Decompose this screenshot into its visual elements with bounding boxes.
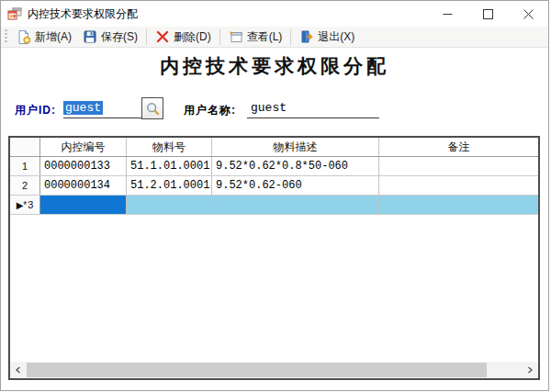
scrollbar-thumb[interactable] — [27, 363, 487, 377]
chevron-left-icon — [15, 366, 22, 374]
cell-remark[interactable] — [379, 157, 538, 175]
scrollbar-track[interactable] — [27, 362, 522, 378]
column-header-material-desc[interactable]: 物料描述 — [212, 138, 379, 156]
exit-icon — [299, 29, 314, 44]
maximize-button[interactable] — [467, 1, 508, 27]
view-button[interactable]: 查看(L) — [223, 28, 288, 47]
toolbar-separator — [290, 29, 291, 45]
grid-header-row: 内控编号 物料号 物料描述 备注 — [10, 138, 538, 157]
horizontal-scrollbar — [10, 362, 538, 378]
view-button-label: 查看(L) — [247, 29, 283, 45]
cell-material-desc[interactable]: 9.52*0.62*0.8*50-060 — [212, 157, 379, 175]
toolbar: 新增(A) 保存(S) 删除(D) 查看(L) — [1, 27, 548, 48]
cell-remark[interactable] — [379, 176, 538, 195]
column-header-remark[interactable]: 备注 — [379, 138, 538, 156]
save-icon — [83, 29, 97, 44]
add-button[interactable]: 新增(A) — [11, 28, 77, 47]
toolbar-separator — [219, 29, 220, 45]
delete-button[interactable]: 删除(D) — [150, 28, 217, 47]
user-id-input[interactable]: guest — [63, 98, 141, 118]
delete-icon — [155, 29, 170, 44]
title-bar: 内控技术要求权限分配 — [1, 1, 548, 27]
chevron-right-icon — [526, 366, 534, 374]
cell-material-desc[interactable]: 9.52*0.62-060 — [212, 176, 379, 195]
exit-button-label: 退出(X) — [318, 29, 354, 45]
user-name-label: 用户名称: — [184, 103, 236, 118]
cell-internal-code-selected[interactable] — [40, 196, 127, 214]
row-header[interactable]: 1 — [10, 157, 40, 175]
data-grid: 内控编号 物料号 物料描述 备注 1 0000000133 51.1.01.00… — [8, 136, 540, 380]
close-button[interactable] — [508, 1, 548, 27]
save-button-label: 保存(S) — [101, 29, 138, 45]
cell-material-desc[interactable] — [212, 196, 379, 214]
search-button[interactable] — [141, 97, 163, 119]
page-title: 内控技术要求权限分配 — [1, 53, 548, 79]
grid-empty-area — [10, 215, 538, 362]
form-row: 用户ID: guest 用户名称: guest — [1, 95, 548, 126]
maximize-icon — [483, 9, 493, 19]
delete-button-label: 删除(D) — [174, 29, 211, 45]
user-name-field[interactable]: guest — [247, 98, 379, 118]
scroll-left-button[interactable] — [10, 362, 27, 378]
toolbar-separator — [146, 29, 147, 45]
save-button[interactable]: 保存(S) — [77, 28, 143, 47]
minimize-icon — [443, 9, 453, 19]
column-header-material-no[interactable]: 物料号 — [127, 138, 212, 156]
search-icon — [145, 101, 161, 117]
user-id-label: 用户ID: — [15, 103, 56, 118]
row-header-new[interactable]: ▶* 3 — [10, 196, 40, 214]
close-icon — [523, 9, 534, 19]
cell-material-no[interactable] — [127, 196, 212, 214]
minimize-button[interactable] — [427, 1, 467, 27]
row-number: 3 — [28, 199, 33, 210]
cell-material-no[interactable]: 51.2.01.0001 — [127, 176, 212, 195]
table-row: 1 0000000133 51.1.01.0001 9.52*0.62*0.8*… — [10, 157, 538, 176]
app-icon — [7, 6, 22, 21]
cell-remark[interactable] — [379, 196, 538, 214]
table-row-new: ▶* 3 — [10, 196, 538, 215]
grid-corner-cell — [10, 138, 40, 156]
view-icon — [229, 29, 243, 44]
current-row-indicator-icon: ▶* — [17, 200, 28, 210]
cell-internal-code[interactable]: 0000000133 — [40, 157, 127, 175]
cell-internal-code[interactable]: 0000000134 — [40, 176, 127, 195]
user-id-value: guest — [63, 101, 103, 115]
cell-material-no[interactable]: 51.1.01.0001 — [127, 157, 212, 175]
table-row: 2 0000000134 51.2.01.0001 9.52*0.62-060 — [10, 176, 538, 196]
row-header[interactable]: 2 — [10, 176, 40, 195]
add-button-label: 新增(A) — [35, 29, 72, 45]
scroll-right-button[interactable] — [522, 362, 538, 378]
exit-button[interactable]: 退出(X) — [294, 28, 360, 47]
window-title: 内控技术要求权限分配 — [28, 6, 427, 22]
user-name-value: guest — [251, 101, 287, 115]
app-window: 内控技术要求权限分配 新增(A) — [0, 0, 549, 391]
new-document-icon — [17, 29, 31, 44]
toolbar-grip[interactable] — [5, 29, 7, 44]
column-header-internal-code[interactable]: 内控编号 — [40, 138, 127, 156]
